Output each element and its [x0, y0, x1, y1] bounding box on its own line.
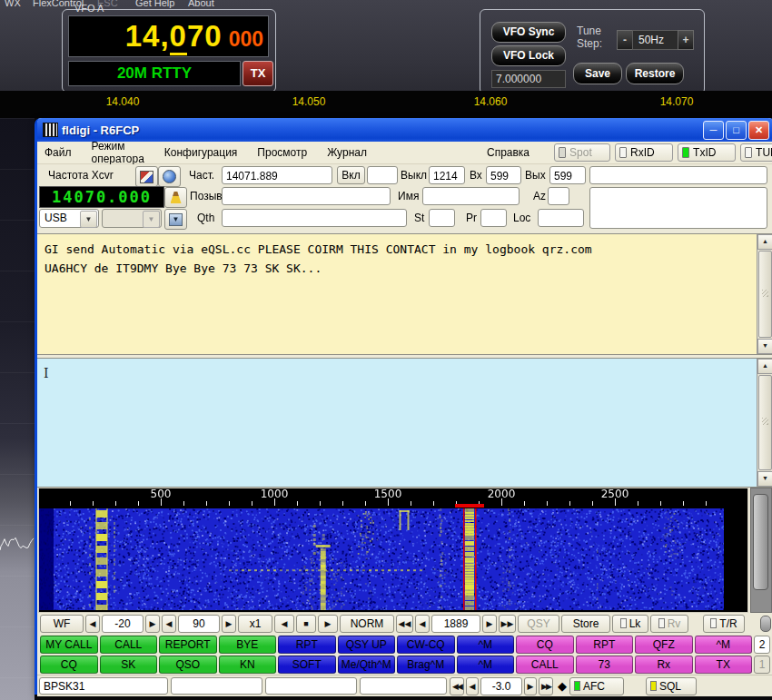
- close-button[interactable]: ✕: [748, 121, 769, 140]
- macro-button-qfz[interactable]: QFZ: [635, 636, 693, 654]
- scroll-thumb[interactable]: [758, 251, 772, 338]
- macro-button-bye[interactable]: BYE: [219, 636, 277, 654]
- menu-файл[interactable]: Файл: [45, 146, 72, 159]
- tr-toggle[interactable]: T/R: [703, 615, 745, 633]
- restore-button[interactable]: Restore: [626, 63, 684, 84]
- frequency-entry-field[interactable]: 7.000000: [491, 70, 566, 88]
- band-mode-display[interactable]: 20M RTTY: [68, 61, 241, 86]
- wf-speed[interactable]: NORM: [340, 615, 394, 633]
- macro-button-rx[interactable]: Rx: [635, 656, 693, 674]
- macro-button-qsy-up[interactable]: QSY UP: [338, 636, 396, 654]
- squelch-up-icon[interactable]: ▶: [524, 677, 537, 695]
- lock-toggle[interactable]: Lk: [612, 615, 648, 633]
- rx-scrollbar[interactable]: ▲ ▼: [757, 234, 772, 354]
- province-input[interactable]: [480, 209, 507, 227]
- scroll-up-icon[interactable]: ▲: [757, 234, 772, 250]
- macro-button-my-call[interactable]: MY CALL: [40, 636, 98, 654]
- wf-button[interactable]: WF: [40, 615, 84, 633]
- macro-button-cq[interactable]: CQ: [40, 656, 98, 674]
- audio-frequency[interactable]: 1889: [431, 615, 480, 633]
- notes-input-1[interactable]: [589, 166, 767, 184]
- wf-center-icon[interactable]: ■: [296, 615, 316, 633]
- waterfall-display[interactable]: [39, 508, 746, 610]
- qrz-lookup-button[interactable]: [158, 166, 181, 187]
- menu-режим оператора[interactable]: Режим оператора: [92, 140, 144, 165]
- scroll-up-icon[interactable]: ▲: [757, 359, 772, 374]
- macro-button-report[interactable]: REPORT: [159, 636, 217, 654]
- macro-button-me-qth-m[interactable]: Me/Qth^M: [338, 656, 396, 674]
- macro-button--m[interactable]: ^M: [457, 636, 515, 654]
- wf-controls-scroll-thumb[interactable]: [760, 616, 771, 632]
- call-input[interactable]: [222, 187, 391, 205]
- receive-pane[interactable]: GI send Automatic via eQSL.cc PLEASE COI…: [37, 233, 772, 355]
- freq-down-icon[interactable]: ◀: [415, 615, 430, 633]
- vfo-sync-button[interactable]: VFO Sync: [491, 22, 566, 43]
- rig-frequency-display[interactable]: 14070.000: [39, 186, 164, 208]
- macro-button-rpt[interactable]: RPT: [278, 636, 336, 654]
- vfo-frequency-display[interactable]: 14,070000: [68, 15, 269, 57]
- scroll-down-icon[interactable]: ▼: [757, 339, 772, 354]
- transmit-pane[interactable]: I ▲ ▼: [37, 358, 772, 488]
- notes-input-2[interactable]: [589, 187, 767, 229]
- lower-signal-inc-icon[interactable]: ▶: [145, 615, 160, 633]
- macro-button-rpt[interactable]: RPT: [576, 636, 634, 654]
- lower-signal-dec-icon[interactable]: ◀: [85, 615, 100, 633]
- vfo-lock-button[interactable]: VFO Lock: [491, 45, 566, 66]
- store-button[interactable]: Store: [561, 615, 610, 633]
- txid-toggle[interactable]: TxID: [678, 143, 736, 162]
- menu-конфигурация[interactable]: Конфигурация: [164, 146, 238, 159]
- freq-up-icon[interactable]: ▶: [482, 615, 497, 633]
- squelch-coarse-up-icon[interactable]: ▶▶: [539, 677, 553, 695]
- macro-button-soft[interactable]: SOFT: [278, 656, 336, 674]
- wf-zoom[interactable]: x1: [238, 615, 272, 633]
- chevron-down-icon[interactable]: ▼: [80, 211, 97, 228]
- scroll-down-icon[interactable]: ▼: [757, 471, 772, 487]
- wf-lower-signal[interactable]: -20: [102, 615, 144, 633]
- time-on-button[interactable]: Вкл: [337, 166, 365, 184]
- azimuth-input[interactable]: [548, 187, 569, 205]
- frequency-input[interactable]: 14071.889: [222, 166, 332, 184]
- scroll-thumb[interactable]: [753, 494, 768, 590]
- minimize-button[interactable]: ─: [703, 121, 724, 140]
- step-plus-button[interactable]: +: [678, 30, 694, 50]
- afc-toggle[interactable]: AFC: [569, 677, 624, 695]
- submode-select[interactable]: ▼: [102, 209, 162, 228]
- macro-button-cq[interactable]: CQ: [516, 636, 574, 654]
- host-menu-get-help[interactable]: Get Help: [135, 0, 174, 8]
- wf-shift-left-icon[interactable]: ◀: [274, 615, 294, 633]
- macro-button-call[interactable]: CALL: [100, 636, 158, 654]
- rst-out-input[interactable]: 599: [549, 166, 586, 184]
- menu-просмотр[interactable]: Просмотр: [257, 146, 307, 159]
- rst-in-input[interactable]: 599: [486, 166, 521, 184]
- waterfall-scrollbar[interactable]: [750, 488, 772, 613]
- save-button[interactable]: Save: [573, 63, 622, 84]
- macro-button-tx[interactable]: TX: [695, 656, 753, 674]
- mode-select[interactable]: USB▼: [39, 209, 99, 228]
- tx-scrollbar[interactable]: ▲ ▼: [757, 359, 772, 487]
- macro-page-button[interactable]: 1: [754, 656, 770, 674]
- wf-shift-right-icon[interactable]: ▶: [318, 615, 338, 633]
- macro-button-brag-m[interactable]: Brag^M: [397, 656, 455, 674]
- transmit-text[interactable]: [37, 359, 757, 487]
- sql-toggle[interactable]: SQL: [646, 677, 697, 695]
- macro-button--m[interactable]: ^M: [457, 656, 515, 674]
- step-minus-button[interactable]: -: [617, 30, 633, 50]
- rxid-toggle[interactable]: RxID: [615, 143, 673, 162]
- state-input[interactable]: [429, 209, 455, 227]
- tune-toggle[interactable]: TUNE: [740, 143, 772, 162]
- clear-log-button[interactable]: [164, 187, 187, 208]
- macro-button-cw-cq[interactable]: CW-CQ: [397, 636, 455, 654]
- macro-button-kn[interactable]: KN: [219, 656, 277, 674]
- macro-button-call[interactable]: CALL: [516, 656, 574, 674]
- macro-page-button[interactable]: 2: [754, 636, 770, 654]
- range-dec-icon[interactable]: ◀: [162, 615, 176, 633]
- maximize-button[interactable]: □: [726, 121, 747, 140]
- logbook-button[interactable]: [135, 166, 158, 187]
- wf-range[interactable]: 90: [178, 615, 220, 633]
- qth-input[interactable]: [222, 209, 407, 227]
- freq-coarse-up-icon[interactable]: ▶▶: [499, 615, 516, 633]
- locator-input[interactable]: [538, 209, 584, 227]
- macro-button--m[interactable]: ^M: [695, 636, 753, 654]
- host-menu-wx[interactable]: WX: [5, 0, 21, 8]
- menu-журнал[interactable]: Журнал: [327, 146, 367, 159]
